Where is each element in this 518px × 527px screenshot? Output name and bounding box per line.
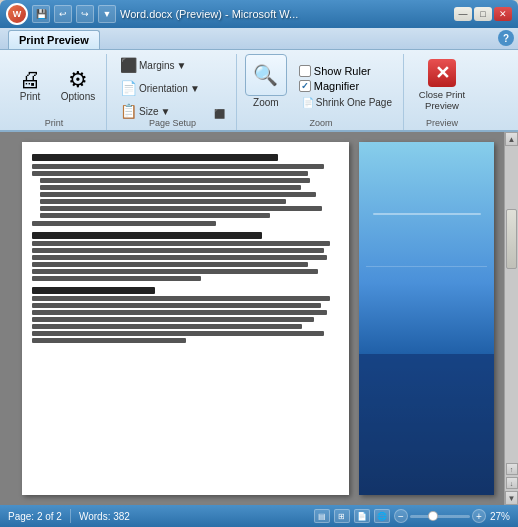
magnifier-label: Magnifier (314, 80, 359, 92)
page1-body2-2 (32, 303, 321, 308)
scrollbar-left-spacer (0, 132, 12, 505)
orientation-button[interactable]: 📄 Orientation ▼ (115, 77, 205, 99)
window-title: Word.docx (Preview) - Microsoft W... (120, 8, 298, 20)
page1-body2-5 (32, 324, 302, 329)
zoom-slider-area[interactable]: − + (394, 509, 486, 523)
zoom-big-button[interactable]: 🔍 Zoom (245, 54, 287, 120)
view-normal-button[interactable]: ▤ (314, 509, 330, 523)
zoom-plus-button[interactable]: + (472, 509, 486, 523)
page-setup-group-label: Page Setup (109, 118, 236, 128)
status-separator-1 (70, 509, 71, 523)
zoom-slider[interactable] (410, 515, 470, 518)
page1-bullet-5 (40, 206, 322, 211)
quick-access-undo[interactable]: ↩ (54, 5, 72, 23)
scroll-next-page[interactable]: ↓ (506, 477, 518, 489)
document-page-1 (22, 142, 349, 495)
window-controls: — □ ✕ (454, 7, 512, 21)
close-button[interactable]: ✕ (494, 7, 512, 21)
show-ruler-checkbox[interactable] (299, 65, 311, 77)
quick-access-dropdown[interactable]: ▼ (98, 5, 116, 23)
zoom-icon[interactable]: 🔍 (245, 54, 287, 96)
page1-body2-7 (32, 338, 186, 343)
quick-access-redo[interactable]: ↪ (76, 5, 94, 23)
ribbon-group-preview: ✕ Close Print Preview Preview (406, 54, 478, 130)
close-print-preview-button[interactable]: ✕ Close Print Preview (412, 55, 472, 116)
quick-access-save[interactable]: 💾 (32, 5, 50, 23)
word-count: Words: 382 (79, 511, 130, 522)
title-bar: W 💾 ↩ ↪ ▼ Word.docx (Preview) - Microsof… (0, 0, 518, 28)
page1-text-line-2 (32, 171, 308, 176)
magnifier-row[interactable]: Magnifier (297, 79, 397, 93)
shrink-icon: 📄 (302, 97, 314, 108)
preview-group-content: ✕ Close Print Preview (412, 54, 472, 128)
print-button[interactable]: 🖨 Print (8, 66, 52, 105)
print-group-content: 🖨 Print ⚙ Options (8, 54, 100, 128)
page1-bullet-1 (40, 178, 310, 183)
show-ruler-row[interactable]: Show Ruler (297, 64, 397, 78)
maximize-button[interactable]: □ (474, 7, 492, 21)
page1-heading-3 (32, 287, 155, 294)
document-scroll-area[interactable] (12, 132, 504, 505)
options-button[interactable]: ⚙ Options (56, 66, 100, 105)
help-button[interactable]: ? (498, 30, 514, 46)
print-icon: 🖨 (19, 69, 41, 91)
print-label: Print (20, 91, 41, 102)
page1-body-2 (32, 248, 324, 253)
preview-group-label: Preview (406, 118, 478, 128)
scroll-nav-buttons: ↑ ↓ (505, 461, 518, 491)
document-page-2 (359, 142, 494, 495)
zoom-minus-button[interactable]: − (394, 509, 408, 523)
page1-body-4 (32, 262, 308, 267)
page1-body2-6 (32, 331, 324, 336)
page1-body-5 (32, 269, 318, 274)
minimize-button[interactable]: — (454, 7, 472, 21)
page1-bullet-2 (40, 185, 301, 190)
ribbon: 🖨 Print ⚙ Options Print ⬛ Margins ▼ 📄 Or… (0, 50, 518, 132)
title-bar-left: W 💾 ↩ ↪ ▼ Word.docx (Preview) - Microsof… (6, 3, 298, 25)
page1-bullet-3 (40, 192, 316, 197)
scrollbar-track[interactable] (505, 146, 518, 461)
magnifier-checkbox[interactable] (299, 80, 311, 92)
ribbon-group-print: 🖨 Print ⚙ Options Print (2, 54, 107, 130)
zoom-slider-thumb[interactable] (428, 511, 438, 521)
zoom-group-label: Zoom (239, 118, 403, 128)
page-indicator: Page: 2 of 2 (8, 511, 62, 522)
status-right-area: ▤ ⊞ 📄 🌐 − + 27% (314, 509, 510, 523)
shrink-label: Shrink One Page (316, 97, 392, 108)
size-label: Size (139, 106, 158, 117)
show-ruler-label: Show Ruler (314, 65, 371, 77)
page1-text-line-1 (32, 164, 324, 169)
options-label: Options (61, 91, 95, 102)
close-print-preview-icon: ✕ (428, 59, 456, 87)
zoom-options: Show Ruler Magnifier 📄 Shrink One Page (297, 64, 397, 111)
page1-body2-3 (32, 310, 327, 315)
zoom-percent: 27% (490, 511, 510, 522)
page-setup-buttons: ⬛ Margins ▼ 📄 Orientation ▼ 📋 Size ▼ (115, 54, 205, 122)
size-dropdown: ▼ (160, 106, 170, 117)
margins-button[interactable]: ⬛ Margins ▼ (115, 54, 205, 76)
document-area: ▲ ↑ ↓ ▼ (0, 132, 518, 505)
page1-text-line-3 (32, 221, 216, 226)
ribbon-group-page-setup: ⬛ Margins ▼ 📄 Orientation ▼ 📋 Size ▼ ⬛ P… (109, 54, 237, 130)
page1-body-6 (32, 276, 201, 281)
scroll-prev-page[interactable]: ↑ (506, 463, 518, 475)
view-web-button[interactable]: 🌐 (374, 509, 390, 523)
shrink-one-page-button[interactable]: 📄 Shrink One Page (297, 94, 397, 111)
scroll-up-button[interactable]: ▲ (505, 132, 518, 146)
scrollbar-vertical[interactable]: ▲ ↑ ↓ ▼ (504, 132, 518, 505)
page1-heading-1 (32, 154, 278, 161)
scrollbar-thumb[interactable] (506, 209, 517, 269)
office-button[interactable]: W (6, 3, 28, 25)
tab-print-preview[interactable]: Print Preview (8, 30, 100, 49)
view-reading-button[interactable]: 📄 (354, 509, 370, 523)
page1-body2-4 (32, 317, 314, 322)
orientation-label: Orientation (139, 83, 188, 94)
view-layout-button[interactable]: ⊞ (334, 509, 350, 523)
page2-image (359, 142, 494, 495)
orientation-icon: 📄 (120, 80, 137, 96)
options-icon: ⚙ (68, 69, 88, 91)
scroll-down-button[interactable]: ▼ (505, 491, 518, 505)
print-group-label: Print (2, 118, 106, 128)
page1-body-1 (32, 241, 330, 246)
page1-bullet-4 (40, 199, 286, 204)
